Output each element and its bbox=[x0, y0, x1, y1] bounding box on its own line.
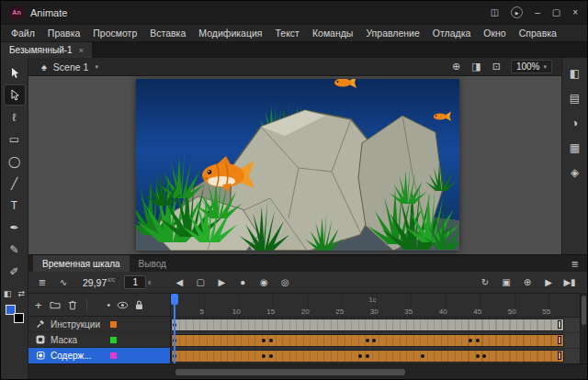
menu-item-7[interactable]: Команды bbox=[306, 25, 360, 42]
framerate-display[interactable]: 29,97к/с bbox=[83, 276, 115, 288]
layer-row-mask[interactable]: Маска bbox=[28, 332, 170, 348]
keyframe-dot[interactable] bbox=[173, 354, 176, 358]
timeline-horizontal-scrollbar[interactable] bbox=[28, 363, 587, 379]
layer-name[interactable]: Маска bbox=[51, 335, 104, 345]
highlight-column-header[interactable]: • bbox=[107, 300, 110, 310]
layer-row-guide[interactable]: Инструкции bbox=[28, 317, 170, 332]
auto-keyframe-toggle[interactable]: ● bbox=[236, 277, 249, 287]
span-end-marker[interactable] bbox=[558, 352, 561, 360]
scene-chevron-icon[interactable]: ▾ bbox=[95, 63, 98, 71]
lock-column-header[interactable] bbox=[135, 300, 143, 310]
delete-layer-button[interactable] bbox=[68, 300, 77, 310]
onion-outline-button[interactable]: ◎ bbox=[278, 277, 291, 287]
panel-menu-icon[interactable]: ≣ bbox=[571, 255, 587, 272]
keyframe-dot[interactable] bbox=[366, 339, 369, 342]
stop-button[interactable]: ▢ bbox=[194, 277, 207, 287]
rotation-button[interactable]: ◨ bbox=[471, 61, 481, 73]
menu-item-10[interactable]: Окно bbox=[477, 25, 512, 42]
keyframe-dot[interactable] bbox=[173, 323, 176, 327]
step-back-button[interactable]: ◀ bbox=[173, 277, 186, 287]
document-tab[interactable]: Безымянный-1 × bbox=[1, 42, 92, 58]
keyframe-dot[interactable] bbox=[476, 339, 480, 342]
snippets-panel-icon[interactable]: ◈ bbox=[571, 166, 579, 179]
brush-tool[interactable]: ✐ bbox=[4, 261, 26, 282]
vertical-scrollbar-thumb[interactable] bbox=[582, 296, 586, 325]
maximize-button[interactable]: ▢ bbox=[552, 7, 560, 17]
keyframe-dot[interactable] bbox=[366, 354, 369, 358]
pencil-tool[interactable]: ✎ bbox=[4, 239, 26, 260]
properties-panel-icon[interactable]: ◧ bbox=[570, 67, 580, 80]
graph-editor-toggle[interactable]: ∿ bbox=[57, 277, 70, 287]
workspace-icon[interactable]: ◫ bbox=[491, 7, 499, 17]
oval-tool[interactable]: ◯ bbox=[4, 151, 26, 172]
center-stage-button[interactable]: ⊕ bbox=[452, 61, 460, 73]
menu-item-5[interactable]: Модификация bbox=[192, 25, 268, 42]
menu-item-8[interactable]: Управление bbox=[359, 25, 425, 42]
horizontal-scrollbar-thumb[interactable] bbox=[175, 369, 405, 375]
keyframe-dot[interactable] bbox=[173, 339, 176, 342]
layer-name[interactable]: Инструкции bbox=[51, 319, 104, 330]
new-folder-button[interactable] bbox=[50, 300, 61, 309]
lasso-tool[interactable]: ℓ bbox=[4, 106, 26, 128]
tab-close-icon[interactable]: × bbox=[79, 46, 84, 55]
new-layer-button[interactable]: + bbox=[35, 298, 42, 312]
frame-span[interactable] bbox=[171, 319, 564, 331]
layer-color-swatch[interactable] bbox=[110, 352, 117, 359]
loop-button[interactable]: ↻ bbox=[479, 277, 492, 287]
keyframe-dot[interactable] bbox=[476, 354, 480, 358]
line-tool[interactable]: ╱ bbox=[4, 173, 26, 194]
stage-canvas[interactable] bbox=[136, 79, 459, 251]
minimize-button[interactable]: – bbox=[535, 7, 540, 17]
menu-item-9[interactable]: Отладка bbox=[426, 25, 478, 42]
menu-item-2[interactable]: Правка bbox=[41, 25, 86, 42]
selection-tool[interactable] bbox=[4, 62, 26, 84]
quick-share-icon[interactable]: ▶ bbox=[511, 6, 523, 18]
zoom-select[interactable]: 100% ▾ bbox=[511, 60, 552, 73]
stroke-color-chip[interactable] bbox=[14, 313, 24, 323]
library-panel-icon[interactable]: ▤ bbox=[570, 92, 580, 105]
span-end-marker[interactable] bbox=[558, 320, 561, 329]
swap-colors-button[interactable]: ⇄ bbox=[17, 289, 25, 298]
tab-timeline[interactable]: Временная шкала bbox=[33, 255, 130, 272]
step-forward-button[interactable]: ▶ bbox=[215, 277, 228, 287]
frames-row-mask[interactable] bbox=[171, 333, 580, 349]
align-panel-icon[interactable]: ▦ bbox=[570, 141, 580, 154]
pen-tool[interactable]: ✒ bbox=[4, 217, 26, 238]
center-frame-button[interactable]: ⊕ bbox=[521, 277, 534, 287]
scene-name[interactable]: Scene 1 bbox=[53, 61, 89, 73]
color-panel-icon[interactable]: ◑ bbox=[571, 117, 578, 129]
menu-item-11[interactable]: Справка bbox=[513, 25, 563, 42]
keyframe-dot[interactable] bbox=[269, 339, 273, 342]
frames-row-guide[interactable] bbox=[171, 318, 580, 333]
layer-color-swatch[interactable] bbox=[110, 337, 117, 343]
onion-skin-button[interactable]: ◉ bbox=[257, 277, 270, 287]
stage[interactable] bbox=[136, 79, 459, 251]
edit-multiple-frames-button[interactable]: ▣ bbox=[500, 277, 513, 287]
default-colors-button[interactable]: ◧ bbox=[4, 289, 12, 298]
timeline-vertical-scrollbar[interactable] bbox=[580, 294, 587, 363]
layer-view-toggle[interactable]: ≣ bbox=[36, 277, 49, 287]
timeline-ruler[interactable]: 1с 510152025303540455055 bbox=[171, 294, 580, 318]
layer-row-masked[interactable]: Содерж... bbox=[28, 348, 170, 363]
text-tool[interactable]: T bbox=[4, 195, 26, 216]
menu-item-4[interactable]: Вставка bbox=[143, 25, 192, 42]
visibility-column-header[interactable] bbox=[117, 301, 129, 309]
menu-item-3[interactable]: Просмотр bbox=[86, 25, 143, 42]
layer-name[interactable]: Содерж... bbox=[51, 351, 104, 361]
menu-item-6[interactable]: Текст bbox=[268, 25, 305, 42]
step-end-button[interactable]: ▶▮ bbox=[563, 277, 576, 287]
menu-item-1[interactable]: Файл bbox=[5, 25, 41, 42]
keyframe-dot[interactable] bbox=[269, 354, 273, 358]
frames-pane[interactable]: 1с 510152025303540455055 bbox=[171, 294, 580, 363]
pasteboard[interactable] bbox=[28, 76, 561, 254]
play-button[interactable]: ▶ bbox=[542, 277, 555, 287]
layer-color-swatch[interactable] bbox=[110, 321, 117, 328]
frames-row-masked[interactable] bbox=[171, 349, 580, 363]
current-frame-input[interactable]: 1 bbox=[124, 275, 146, 289]
keyframe-dot[interactable] bbox=[421, 354, 424, 358]
span-end-marker[interactable] bbox=[558, 336, 561, 344]
clip-content-button[interactable]: ⊡ bbox=[492, 61, 501, 73]
rectangle-tool[interactable]: ▭ bbox=[4, 129, 26, 150]
subselection-tool[interactable] bbox=[4, 84, 26, 106]
close-button[interactable]: × bbox=[572, 7, 578, 17]
